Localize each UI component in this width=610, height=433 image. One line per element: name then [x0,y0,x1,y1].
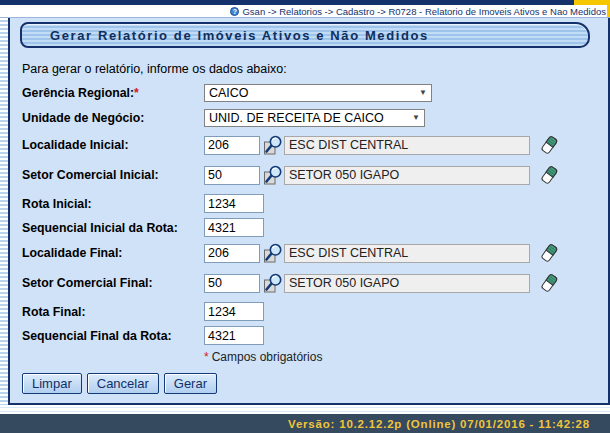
gerencia-regional-select[interactable]: CAICO ▼ [204,84,432,102]
help-icon[interactable]: ? [230,7,239,16]
required-asterisk: * [134,86,139,100]
localidade-inicial-code-input[interactable] [204,136,260,155]
required-asterisk: * [204,350,209,364]
row-gerencia-regional: Gerência Regional:* CAICO ▼ [22,84,594,102]
cancelar-button[interactable]: Cancelar [87,373,159,394]
actions-bar: Limpar Cancelar Gerar [22,373,590,394]
setor-comercial-final-clear-button[interactable] [539,272,559,294]
localidade-inicial-search-button[interactable] [263,135,283,156]
localidade-inicial-label: Localidade Inicial: [22,138,204,152]
gerencia-regional-value: CAICO [209,86,249,100]
localidade-final-code-input[interactable] [204,244,260,263]
localidade-inicial-description: ESC DIST CENTRAL [284,136,530,155]
setor-comercial-inicial-clear-button[interactable] [539,164,559,186]
sequencial-final-input[interactable] [204,326,264,345]
setor-comercial-final-label: Setor Comercial Final: [22,276,204,290]
localidade-final-label: Localidade Final: [22,246,204,260]
unidade-negocio-value: UNID. DE RECEITA DE CAICO [209,111,384,125]
rota-final-input[interactable] [204,302,264,321]
localidade-final-clear-button[interactable] [539,242,559,264]
unidade-negocio-select[interactable]: UNID. DE RECEITA DE CAICO ▼ [204,109,425,127]
magnifier-icon [263,135,283,156]
eraser-icon [539,164,559,186]
setor-comercial-final-search-button[interactable] [263,273,283,294]
setor-comercial-inicial-search-button[interactable] [263,165,283,186]
page-title: Gerar Relatório de Imóveis Ativos e Não … [20,22,590,48]
eraser-icon [539,134,559,156]
form-panel: Gerar Relatório de Imóveis Ativos e Não … [8,18,610,405]
top-frame-bar [0,0,610,5]
row-setor-comercial-inicial: Setor Comercial Inicial: SETOR 050 IGAPO [22,164,594,186]
setor-comercial-inicial-label: Setor Comercial Inicial: [22,168,204,182]
row-setor-comercial-final: Setor Comercial Final: SETOR 050 IGAPO [22,272,594,294]
row-rota-inicial: Rota Inicial: [22,194,594,213]
required-fields-note: *Campos obrigatórios [204,350,594,364]
setor-comercial-final-code-input[interactable] [204,274,260,293]
row-sequencial-inicial: Sequencial Inicial da Rota: [22,218,594,237]
sequencial-final-label: Sequencial Final da Rota: [22,329,204,343]
top-yellow-accent [574,0,610,5]
row-localidade-inicial: Localidade Inicial: ESC DIST CENTRAL [22,134,594,156]
sequencial-inicial-input[interactable] [204,218,264,237]
setor-comercial-final-description: SETOR 050 IGAPO [284,274,530,293]
localidade-final-description: ESC DIST CENTRAL [284,244,530,263]
unidade-negocio-label: Unidade de Negócio: [22,111,204,125]
gerencia-regional-label: Gerência Regional:* [22,86,204,100]
setor-comercial-inicial-code-input[interactable] [204,166,260,185]
gerar-button[interactable]: Gerar [164,373,217,394]
breadcrumb[interactable]: Gsan -> Relatorios -> Cadastro -> R0728 … [242,6,606,17]
footer-gap-strip [0,405,610,414]
eraser-icon [539,242,559,264]
footer-bar: Versão: 10.2.12.2p (Online) 07/01/2016 -… [0,414,610,433]
limpar-button[interactable]: Limpar [22,373,82,394]
version-text: Versão: 10.2.12.2p (Online) 07/01/2016 -… [288,418,590,430]
row-localidade-final: Localidade Final: ESC DIST CENTRAL [22,242,594,264]
magnifier-icon [263,165,283,186]
magnifier-icon [263,243,283,264]
rota-inicial-input[interactable] [204,194,264,213]
localidade-final-search-button[interactable] [263,243,283,264]
magnifier-icon [263,273,283,294]
rota-inicial-label: Rota Inicial: [22,197,204,211]
intro-text: Para gerar o relatório, informe os dados… [22,62,594,76]
rota-final-label: Rota Final: [22,305,204,319]
chevron-down-icon: ▼ [419,89,427,97]
setor-comercial-inicial-description: SETOR 050 IGAPO [284,166,530,185]
chevron-down-icon: ▼ [412,114,420,122]
row-unidade-negocio: Unidade de Negócio: UNID. DE RECEITA DE … [22,109,594,127]
row-sequencial-final: Sequencial Final da Rota: [22,326,594,345]
breadcrumb-bar: ? Gsan -> Relatorios -> Cadastro -> R072… [0,5,610,17]
row-rota-final: Rota Final: [22,302,594,321]
eraser-icon [539,272,559,294]
sequencial-inicial-label: Sequencial Inicial da Rota: [22,221,204,235]
left-striped-rail [0,18,8,405]
localidade-inicial-clear-button[interactable] [539,134,559,156]
